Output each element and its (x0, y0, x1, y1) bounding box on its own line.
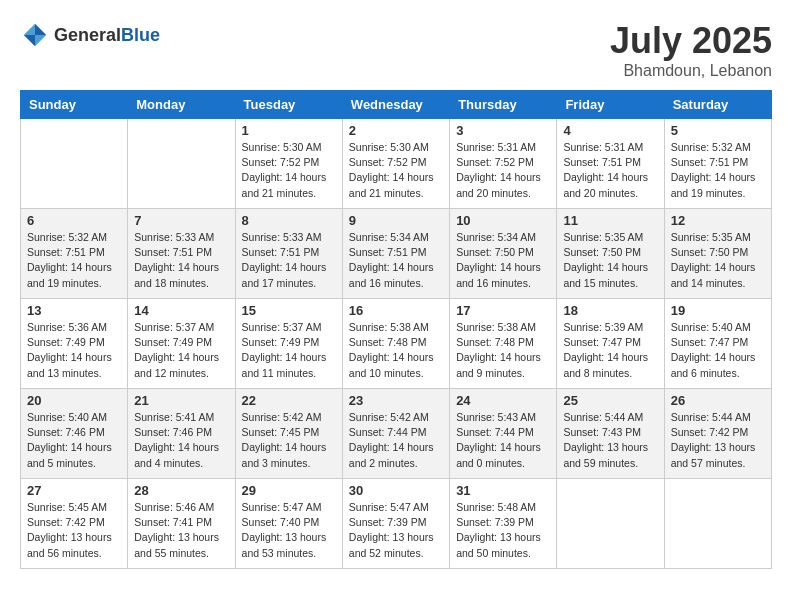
weekday-header: Sunday (21, 91, 128, 119)
day-detail: Sunrise: 5:32 AMSunset: 7:51 PMDaylight:… (671, 140, 765, 201)
day-number: 26 (671, 393, 765, 408)
calendar-cell: 30Sunrise: 5:47 AMSunset: 7:39 PMDayligh… (342, 479, 449, 569)
logo: GeneralBlue (20, 20, 160, 50)
day-detail: Sunrise: 5:40 AMSunset: 7:46 PMDaylight:… (27, 410, 121, 471)
calendar-cell (21, 119, 128, 209)
day-number: 20 (27, 393, 121, 408)
day-number: 11 (563, 213, 657, 228)
weekday-header: Wednesday (342, 91, 449, 119)
day-number: 13 (27, 303, 121, 318)
calendar-cell: 15Sunrise: 5:37 AMSunset: 7:49 PMDayligh… (235, 299, 342, 389)
svg-marker-2 (24, 35, 35, 46)
day-number: 25 (563, 393, 657, 408)
calendar-header-row: SundayMondayTuesdayWednesdayThursdayFrid… (21, 91, 772, 119)
day-detail: Sunrise: 5:41 AMSunset: 7:46 PMDaylight:… (134, 410, 228, 471)
day-number: 30 (349, 483, 443, 498)
calendar-cell: 1Sunrise: 5:30 AMSunset: 7:52 PMDaylight… (235, 119, 342, 209)
calendar-cell: 26Sunrise: 5:44 AMSunset: 7:42 PMDayligh… (664, 389, 771, 479)
day-detail: Sunrise: 5:38 AMSunset: 7:48 PMDaylight:… (349, 320, 443, 381)
calendar-week-row: 1Sunrise: 5:30 AMSunset: 7:52 PMDaylight… (21, 119, 772, 209)
calendar-cell: 31Sunrise: 5:48 AMSunset: 7:39 PMDayligh… (450, 479, 557, 569)
calendar-cell: 24Sunrise: 5:43 AMSunset: 7:44 PMDayligh… (450, 389, 557, 479)
day-detail: Sunrise: 5:40 AMSunset: 7:47 PMDaylight:… (671, 320, 765, 381)
day-number: 19 (671, 303, 765, 318)
day-detail: Sunrise: 5:44 AMSunset: 7:43 PMDaylight:… (563, 410, 657, 471)
calendar-cell: 11Sunrise: 5:35 AMSunset: 7:50 PMDayligh… (557, 209, 664, 299)
day-detail: Sunrise: 5:42 AMSunset: 7:44 PMDaylight:… (349, 410, 443, 471)
day-detail: Sunrise: 5:47 AMSunset: 7:40 PMDaylight:… (242, 500, 336, 561)
calendar-cell: 5Sunrise: 5:32 AMSunset: 7:51 PMDaylight… (664, 119, 771, 209)
calendar-cell: 20Sunrise: 5:40 AMSunset: 7:46 PMDayligh… (21, 389, 128, 479)
day-detail: Sunrise: 5:44 AMSunset: 7:42 PMDaylight:… (671, 410, 765, 471)
calendar-cell: 10Sunrise: 5:34 AMSunset: 7:50 PMDayligh… (450, 209, 557, 299)
calendar-cell: 16Sunrise: 5:38 AMSunset: 7:48 PMDayligh… (342, 299, 449, 389)
weekday-header: Tuesday (235, 91, 342, 119)
calendar-week-row: 27Sunrise: 5:45 AMSunset: 7:42 PMDayligh… (21, 479, 772, 569)
calendar-cell: 19Sunrise: 5:40 AMSunset: 7:47 PMDayligh… (664, 299, 771, 389)
calendar-cell: 28Sunrise: 5:46 AMSunset: 7:41 PMDayligh… (128, 479, 235, 569)
logo-general: General (54, 25, 121, 45)
day-detail: Sunrise: 5:35 AMSunset: 7:50 PMDaylight:… (563, 230, 657, 291)
day-detail: Sunrise: 5:33 AMSunset: 7:51 PMDaylight:… (134, 230, 228, 291)
day-number: 10 (456, 213, 550, 228)
svg-marker-0 (35, 24, 46, 35)
calendar-cell: 2Sunrise: 5:30 AMSunset: 7:52 PMDaylight… (342, 119, 449, 209)
day-detail: Sunrise: 5:37 AMSunset: 7:49 PMDaylight:… (134, 320, 228, 381)
day-detail: Sunrise: 5:33 AMSunset: 7:51 PMDaylight:… (242, 230, 336, 291)
calendar-cell: 14Sunrise: 5:37 AMSunset: 7:49 PMDayligh… (128, 299, 235, 389)
day-number: 4 (563, 123, 657, 138)
day-number: 27 (27, 483, 121, 498)
title-block: July 2025 Bhamdoun, Lebanon (610, 20, 772, 80)
calendar-cell: 22Sunrise: 5:42 AMSunset: 7:45 PMDayligh… (235, 389, 342, 479)
day-number: 28 (134, 483, 228, 498)
weekday-header: Thursday (450, 91, 557, 119)
logo-icon (20, 20, 50, 50)
day-detail: Sunrise: 5:30 AMSunset: 7:52 PMDaylight:… (242, 140, 336, 201)
day-number: 14 (134, 303, 228, 318)
calendar-cell: 6Sunrise: 5:32 AMSunset: 7:51 PMDaylight… (21, 209, 128, 299)
day-number: 18 (563, 303, 657, 318)
calendar-cell: 9Sunrise: 5:34 AMSunset: 7:51 PMDaylight… (342, 209, 449, 299)
day-number: 29 (242, 483, 336, 498)
calendar-week-row: 13Sunrise: 5:36 AMSunset: 7:49 PMDayligh… (21, 299, 772, 389)
calendar-cell: 23Sunrise: 5:42 AMSunset: 7:44 PMDayligh… (342, 389, 449, 479)
calendar-cell: 3Sunrise: 5:31 AMSunset: 7:52 PMDaylight… (450, 119, 557, 209)
calendar-cell: 18Sunrise: 5:39 AMSunset: 7:47 PMDayligh… (557, 299, 664, 389)
logo-text: GeneralBlue (54, 25, 160, 46)
calendar-cell: 8Sunrise: 5:33 AMSunset: 7:51 PMDaylight… (235, 209, 342, 299)
day-number: 31 (456, 483, 550, 498)
day-number: 21 (134, 393, 228, 408)
calendar-week-row: 6Sunrise: 5:32 AMSunset: 7:51 PMDaylight… (21, 209, 772, 299)
day-detail: Sunrise: 5:34 AMSunset: 7:51 PMDaylight:… (349, 230, 443, 291)
day-detail: Sunrise: 5:35 AMSunset: 7:50 PMDaylight:… (671, 230, 765, 291)
day-number: 3 (456, 123, 550, 138)
calendar-cell: 13Sunrise: 5:36 AMSunset: 7:49 PMDayligh… (21, 299, 128, 389)
weekday-header: Saturday (664, 91, 771, 119)
day-detail: Sunrise: 5:47 AMSunset: 7:39 PMDaylight:… (349, 500, 443, 561)
day-detail: Sunrise: 5:39 AMSunset: 7:47 PMDaylight:… (563, 320, 657, 381)
day-number: 23 (349, 393, 443, 408)
calendar-cell: 25Sunrise: 5:44 AMSunset: 7:43 PMDayligh… (557, 389, 664, 479)
calendar-week-row: 20Sunrise: 5:40 AMSunset: 7:46 PMDayligh… (21, 389, 772, 479)
day-detail: Sunrise: 5:32 AMSunset: 7:51 PMDaylight:… (27, 230, 121, 291)
day-number: 15 (242, 303, 336, 318)
page-header: GeneralBlue July 2025 Bhamdoun, Lebanon (20, 20, 772, 80)
day-detail: Sunrise: 5:30 AMSunset: 7:52 PMDaylight:… (349, 140, 443, 201)
day-number: 8 (242, 213, 336, 228)
day-number: 9 (349, 213, 443, 228)
day-number: 6 (27, 213, 121, 228)
day-number: 22 (242, 393, 336, 408)
calendar-cell (128, 119, 235, 209)
calendar-cell: 12Sunrise: 5:35 AMSunset: 7:50 PMDayligh… (664, 209, 771, 299)
day-detail: Sunrise: 5:43 AMSunset: 7:44 PMDaylight:… (456, 410, 550, 471)
day-number: 1 (242, 123, 336, 138)
month-year-title: July 2025 (610, 20, 772, 62)
svg-marker-3 (24, 24, 35, 35)
calendar-cell: 4Sunrise: 5:31 AMSunset: 7:51 PMDaylight… (557, 119, 664, 209)
day-detail: Sunrise: 5:34 AMSunset: 7:50 PMDaylight:… (456, 230, 550, 291)
calendar-cell (557, 479, 664, 569)
day-detail: Sunrise: 5:36 AMSunset: 7:49 PMDaylight:… (27, 320, 121, 381)
day-number: 16 (349, 303, 443, 318)
day-number: 7 (134, 213, 228, 228)
location-subtitle: Bhamdoun, Lebanon (610, 62, 772, 80)
